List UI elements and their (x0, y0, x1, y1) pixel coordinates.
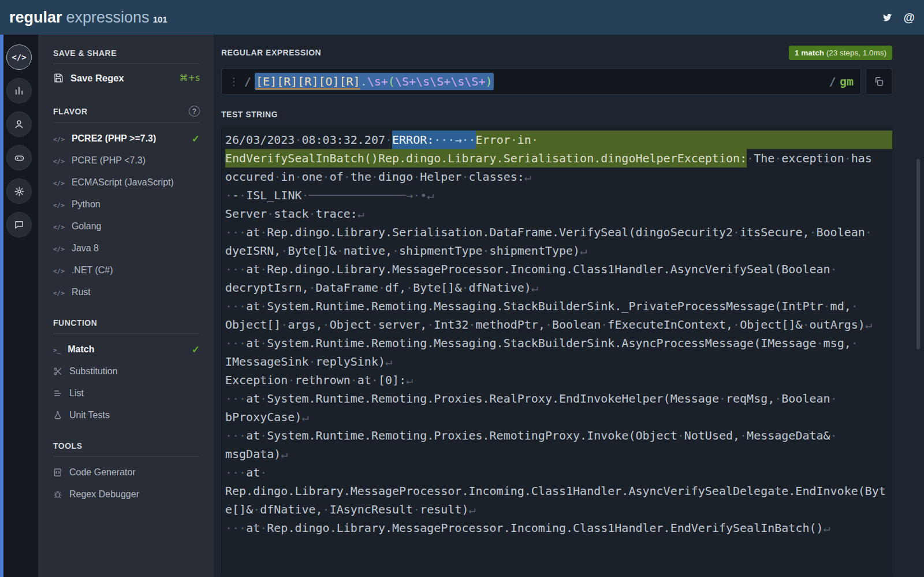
test-segment: occured·in·one·of·the·dingo·Helper·class… (225, 167, 531, 186)
flavor-help-icon[interactable]: ? (189, 106, 200, 117)
function-item-substitution[interactable]: Substitution (53, 360, 200, 382)
flavor-item-pcre2-php-7-3[interactable]: </>PCRE2 (PHP >=7.3)✓ (53, 128, 200, 150)
test-segment (538, 131, 892, 149)
tools-heading: TOOLS (53, 441, 82, 451)
code-editor-icon[interactable]: </> (6, 44, 32, 70)
save-share-section: SAVE & SHARE Save Regex ⌘+s (38, 49, 214, 91)
drag-handle-icon[interactable]: ⋮ (229, 76, 239, 87)
save-regex-label: Save Regex (70, 73, 124, 84)
test-segment: ···at· (225, 463, 267, 482)
test-line: occured·in·one·of·the·dingo·Helper·class… (225, 167, 892, 186)
feedback-icon[interactable] (6, 212, 32, 237)
test-segment: msgData)↵ (225, 445, 288, 463)
test-string-area[interactable]: 26/03/2023·08:03:32.207·ERROR:···→··Erro… (221, 126, 892, 577)
test-line: ···at·System.Runtime.Remoting.Proxies.Re… (225, 426, 892, 445)
test-segment: ···at·System.Runtime.Remoting.Messaging.… (225, 297, 858, 315)
test-segment: ···at·Rep.dingo.Library.MessageProcessor… (225, 519, 830, 537)
test-line: decryptIsrn,·DataFrame·df,·Byte[]&·dfNat… (225, 278, 892, 297)
test-segment: EndVerifySealInBatch()Rep.dingo.Library.… (225, 149, 747, 167)
flavor-item-rust[interactable]: </>Rust (53, 281, 200, 303)
test-line: Object[]·args,·Object·server,·Int32·meth… (225, 315, 892, 334)
test-segment: Object[]·args,·Object·server,·Int32·meth… (225, 315, 872, 334)
test-line: msgData)↵ (225, 445, 892, 463)
test-line: Server·stack·trace:↵ (225, 204, 892, 223)
top-bar: regular expressions 101 @ (0, 0, 924, 35)
regex-section-title: REGULAR EXPRESSION (221, 48, 321, 57)
main-panel: REGULAR EXPRESSION 1 match (23 steps, 1.… (214, 35, 924, 577)
flavor-item-python[interactable]: </>Python (53, 193, 200, 215)
test-segment: Error·in· (476, 131, 538, 149)
test-line: EndVerifySealInBatch()Rep.dingo.Library.… (225, 149, 892, 167)
scissors-icon (53, 367, 62, 376)
test-segment: ···at·Rep.dingo.Library.Serialisation.Da… (225, 223, 872, 241)
test-segment: Rep.dingo.Library.MessageProcessor.Incom… (225, 482, 886, 500)
left-edge-strip (0, 35, 3, 577)
tools-list: Code GeneratorRegex Debugger (53, 461, 200, 505)
tools-item-regex-debugger[interactable]: Regex Debugger (53, 483, 200, 505)
copy-regex-button[interactable] (866, 68, 892, 95)
settings-icon[interactable] (6, 178, 32, 204)
test-segment: ···at·System.Runtime.Remoting.Proxies.Re… (225, 389, 837, 408)
function-heading: FUNCTION (53, 318, 97, 327)
test-segment: Server·stack·trace:↵ (225, 204, 364, 223)
test-line: ···at·Rep.dingo.Library.MessageProcessor… (225, 260, 892, 278)
test-segment: 26/03/2023·08:03:32.207· (225, 131, 392, 149)
flavor-item-pcre-php-7-3[interactable]: </>PCRE (PHP <7.3) (53, 150, 200, 172)
test-line: bProxyCase)↵ (225, 408, 892, 426)
code-icon: </> (53, 243, 65, 254)
code-icon: </> (53, 221, 65, 232)
flavor-item-ecmascript-javascript[interactable]: </>ECMAScript (JavaScript) (53, 172, 200, 193)
test-line: Exception·rethrown·at·[0]:↵ (225, 371, 892, 389)
regex-pattern: [E][R][R][O][R].\s+(\S+\s\S+\s\S+) (255, 73, 493, 90)
match-status-badge: 1 match (23 steps, 1.0ms) (789, 46, 892, 60)
save-regex-button[interactable]: Save Regex ⌘+s (53, 65, 200, 91)
regex-close-delimiter: / (829, 75, 836, 88)
flavor-item-java-8[interactable]: </>Java 8 (53, 237, 200, 259)
account-icon[interactable] (6, 111, 32, 137)
at-icon[interactable]: @ (903, 11, 915, 24)
test-line: dyeISRN,·Byte[]&·native,·shipmentType·sh… (225, 241, 892, 260)
library-icon[interactable] (6, 78, 32, 103)
test-line: ···at·System.Runtime.Remoting.Proxies.Re… (225, 389, 892, 408)
test-segment: ·The·exception·has (747, 149, 872, 167)
save-shortcut: ⌘+s (180, 73, 200, 83)
bug-icon (53, 490, 62, 499)
check-icon: ✓ (192, 133, 200, 145)
test-segment: ···at·Rep.dingo.Library.MessageProcessor… (225, 260, 837, 278)
flavor-item-golang[interactable]: </>Golang (53, 215, 200, 237)
flavor-heading: FLAVOR (53, 107, 88, 116)
test-segment: ERROR:···→·· (392, 131, 476, 149)
test-line: ···at·System.Runtime.Remoting.Messaging.… (225, 334, 892, 352)
list-icon (53, 389, 62, 398)
regex-open-delimiter: / (244, 75, 251, 88)
flavor-item-net-c[interactable]: </>.NET (C#) (53, 259, 200, 281)
function-section: FUNCTION >_Match✓SubstitutionListUnit Te… (38, 318, 214, 426)
tools-item-code-generator[interactable]: Code Generator (53, 461, 200, 483)
logo-text-number: 101 (153, 14, 167, 24)
test-segment: IMessageSink·replySink)↵ (225, 352, 392, 371)
site-logo[interactable]: regular expressions 101 (9, 9, 167, 27)
test-line: ·-·ISL_LINK·──────────────→·•↵ (225, 186, 892, 204)
test-line: Rep.dingo.Library.MessageProcessor.Incom… (225, 482, 892, 500)
test-line: ···at·System.Runtime.Remoting.Messaging.… (225, 297, 892, 315)
function-item-match[interactable]: >_Match✓ (53, 338, 200, 360)
function-item-unit-tests[interactable]: Unit Tests (53, 404, 200, 426)
function-list: >_Match✓SubstitutionListUnit Tests (53, 338, 200, 426)
community-icon[interactable] (6, 145, 32, 170)
twitter-icon[interactable] (882, 12, 893, 23)
code-icon: </> (53, 133, 65, 144)
test-section-title: TEST STRING (221, 110, 278, 119)
codegen-icon (53, 468, 62, 477)
code-icon: </> (53, 155, 65, 166)
code-icon: </> (53, 199, 65, 210)
scrollbar-thumb[interactable] (916, 159, 920, 349)
check-icon: ✓ (192, 344, 200, 356)
function-item-list[interactable]: List (53, 382, 200, 404)
test-segment: dyeISRN,·Byte[]&·native,·shipmentType·sh… (225, 241, 587, 260)
regex-flags[interactable]: gm (840, 75, 854, 88)
tools-section: TOOLS Code GeneratorRegex Debugger (38, 441, 214, 505)
flask-icon (53, 411, 62, 420)
test-segment: Exception·rethrown·at·[0]:↵ (225, 371, 413, 389)
regex-input[interactable]: ⋮ / [E][R][R][O][R].\s+(\S+\s\S+\s\S+) /… (221, 68, 861, 95)
test-line: e[]&·dfNative,·IAsyncResult·result)↵ (225, 500, 892, 519)
